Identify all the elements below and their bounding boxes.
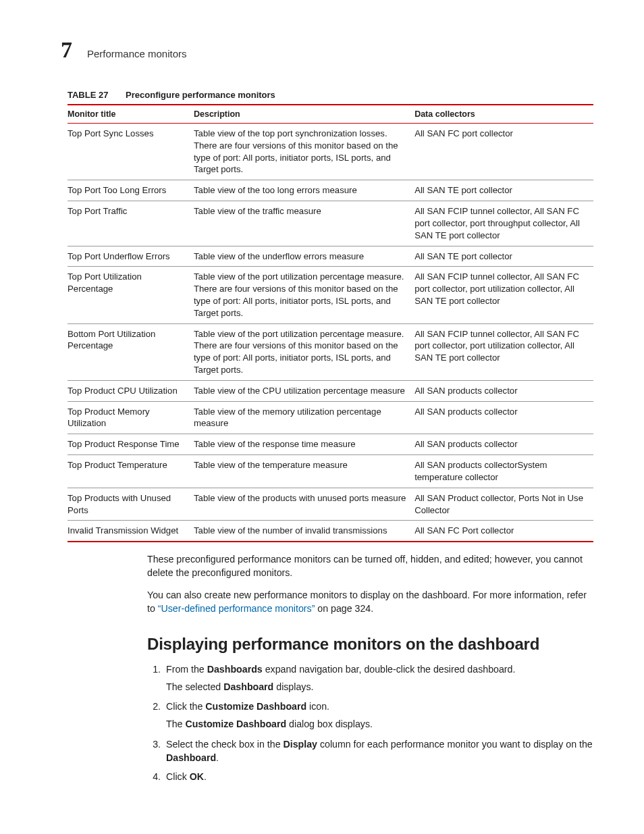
table-row: Top Port Utilization PercentageTable vie… bbox=[68, 267, 593, 323]
text: dialog box displays. bbox=[286, 719, 373, 729]
table-row: Top Port Sync LossesTable view of the to… bbox=[68, 124, 593, 180]
xref-link[interactable]: “User-defined performance monitors” bbox=[158, 603, 315, 614]
table-row: Top Port Too Long ErrorsTable view of th… bbox=[68, 180, 593, 201]
cell-desc: Table view of the memory utilization per… bbox=[194, 401, 414, 434]
text: icon. bbox=[306, 701, 329, 712]
cell-title: Top Port Traffic bbox=[68, 201, 194, 246]
table-caption: TABLE 27 Preconfigure performance monito… bbox=[68, 90, 593, 100]
cell-title: Top Product Memory Utilization bbox=[68, 401, 194, 434]
cell-collectors: All SAN products collectorSystem tempera… bbox=[414, 455, 593, 488]
ui-term: Customize Dashboard bbox=[205, 701, 306, 712]
table-row: Top Port Underflow ErrorsTable view of t… bbox=[68, 246, 593, 267]
cell-collectors: All SAN products collector bbox=[414, 380, 593, 401]
cell-desc: Table view of the CPU utilization percen… bbox=[194, 380, 414, 401]
step: Select the check box in the Display colu… bbox=[163, 738, 593, 765]
text: displays. bbox=[273, 681, 313, 692]
table-label: TABLE 27 bbox=[68, 90, 108, 100]
table-row: Top Product CPU UtilizationTable view of… bbox=[68, 380, 593, 401]
ui-term: OK bbox=[190, 771, 204, 782]
paragraph: You can also create new performance moni… bbox=[147, 589, 593, 616]
cell-desc: Table view of the underflow errors measu… bbox=[194, 246, 414, 267]
cell-collectors: All SAN FC port collector bbox=[414, 124, 593, 180]
cell-title: Bottom Port Utilization Percentage bbox=[68, 323, 194, 380]
cell-collectors: All SAN products collector bbox=[414, 401, 593, 434]
cell-desc: Table view of the response time measure bbox=[194, 434, 414, 455]
table-row: Invalid Transmission WidgetTable view of… bbox=[68, 521, 593, 542]
text: The selected bbox=[166, 681, 223, 692]
col-header-desc: Description bbox=[194, 105, 414, 124]
cell-collectors: All SAN Product collector, Ports Not in … bbox=[414, 488, 593, 521]
text: Click bbox=[166, 771, 190, 782]
page: 7 Performance monitors TABLE 27 Preconfi… bbox=[0, 0, 644, 834]
ui-term: Customize Dashboard bbox=[185, 719, 286, 729]
monitors-table: Monitor title Description Data collector… bbox=[68, 104, 593, 542]
text: column for each performance monitor you … bbox=[317, 739, 593, 750]
cell-title: Top Port Utilization Percentage bbox=[68, 267, 194, 323]
body-text: These preconfigured performance monitors… bbox=[147, 553, 593, 616]
cell-desc: Table view of the port utilization perce… bbox=[194, 267, 414, 323]
cell-title: Top Product CPU Utilization bbox=[68, 380, 194, 401]
ui-term: Display bbox=[284, 739, 317, 750]
text: expand navigation bar, double-click the … bbox=[263, 664, 516, 675]
table-row: Top Product TemperatureTable view of the… bbox=[68, 455, 593, 488]
cell-title: Top Port Too Long Errors bbox=[68, 180, 194, 201]
text: The bbox=[166, 719, 185, 729]
cell-desc: Table view of the port utilization perce… bbox=[194, 323, 414, 380]
cell-desc: Table view of the temperature measure bbox=[194, 455, 414, 488]
cell-desc: Table view of the products with unused p… bbox=[194, 488, 414, 521]
step-result: The Customize Dashboard dialog box displ… bbox=[166, 718, 593, 731]
cell-title: Top Port Underflow Errors bbox=[68, 246, 194, 267]
ui-term: Dashboard bbox=[166, 752, 216, 763]
cell-title: Top Products with Unused Ports bbox=[68, 488, 194, 521]
cell-title: Top Port Sync Losses bbox=[68, 124, 194, 180]
content: TABLE 27 Preconfigure performance monito… bbox=[68, 90, 593, 784]
step-result: The selected Dashboard displays. bbox=[166, 681, 593, 694]
text: on page 324. bbox=[315, 603, 373, 614]
text: Click the bbox=[166, 701, 205, 712]
paragraph: These preconfigured performance monitors… bbox=[147, 553, 593, 580]
table-row: Bottom Port Utilization PercentageTable … bbox=[68, 323, 593, 380]
running-header: 7 Performance monitors bbox=[61, 37, 593, 63]
cell-collectors: All SAN FC Port collector bbox=[414, 521, 593, 542]
cell-collectors: All SAN TE port collector bbox=[414, 246, 593, 267]
cell-title: Top Product Temperature bbox=[68, 455, 194, 488]
table-row: Top Products with Unused PortsTable view… bbox=[68, 488, 593, 521]
text: From the bbox=[166, 664, 207, 675]
table-header-row: Monitor title Description Data collector… bbox=[68, 105, 593, 124]
step: Click the Customize Dashboard icon. The … bbox=[163, 700, 593, 731]
section-heading: Displaying performance monitors on the d… bbox=[147, 635, 593, 654]
cell-collectors: All SAN products collector bbox=[414, 434, 593, 455]
step: From the Dashboards expand navigation ba… bbox=[163, 663, 593, 694]
cell-title: Invalid Transmission Widget bbox=[68, 521, 194, 542]
cell-collectors: All SAN TE port collector bbox=[414, 180, 593, 201]
cell-collectors: All SAN FCIP tunnel collector, All SAN F… bbox=[414, 201, 593, 246]
cell-collectors: All SAN FCIP tunnel collector, All SAN F… bbox=[414, 267, 593, 323]
table-title: Preconfigure performance monitors bbox=[126, 90, 275, 100]
procedure-steps: From the Dashboards expand navigation ba… bbox=[147, 663, 593, 784]
ui-term: Dashboards bbox=[207, 664, 263, 675]
table-row: Top Product Response TimeTable view of t… bbox=[68, 434, 593, 455]
cell-title: Top Product Response Time bbox=[68, 434, 194, 455]
text: . bbox=[204, 771, 207, 782]
step: Click OK. bbox=[163, 771, 593, 784]
cell-desc: Table view of the top port synchronizati… bbox=[194, 124, 414, 180]
table-row: Top Product Memory UtilizationTable view… bbox=[68, 401, 593, 434]
cell-desc: Table view of the traffic measure bbox=[194, 201, 414, 246]
col-header-coll: Data collectors bbox=[414, 105, 593, 124]
table-row: Top Port TrafficTable view of the traffi… bbox=[68, 201, 593, 246]
ui-term: Dashboard bbox=[223, 681, 273, 692]
text: Select the check box in the bbox=[166, 739, 284, 750]
cell-desc: Table view of the too long errors measur… bbox=[194, 180, 414, 201]
cell-collectors: All SAN FCIP tunnel collector, All SAN F… bbox=[414, 323, 593, 380]
col-header-title: Monitor title bbox=[68, 105, 194, 124]
chapter-number: 7 bbox=[61, 37, 72, 63]
cell-desc: Table view of the number of invalid tran… bbox=[194, 521, 414, 542]
chapter-title: Performance monitors bbox=[87, 48, 187, 59]
text: . bbox=[216, 752, 219, 763]
